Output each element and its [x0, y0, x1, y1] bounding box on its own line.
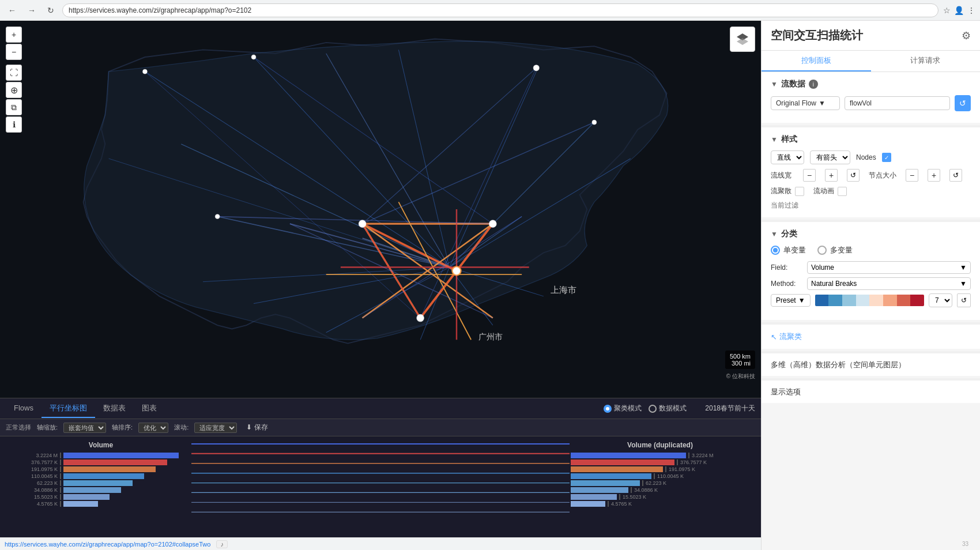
info-button[interactable]: ℹ: [6, 116, 22, 133]
scale-select[interactable]: 嵌套均值: [63, 423, 106, 433]
flow-data-title: 流数据: [781, 79, 805, 89]
cursor-icon: ↖: [771, 333, 777, 341]
scale-label: 轴缩放:: [37, 423, 58, 432]
watermark: © 位和科技: [726, 372, 755, 381]
color-swatch-5: [869, 295, 883, 306]
method-value-dropdown[interactable]: Natural Breaks ▼: [807, 277, 971, 290]
browser-icons: ☆ 👤 ⋮: [943, 6, 975, 15]
user-icon[interactable]: 👤: [954, 6, 964, 15]
multivar-section[interactable]: 多维（高维）数据分析（空间单元图层）: [762, 353, 980, 376]
cluster-section: ↖ 流聚类: [762, 325, 980, 349]
zoom-in-button[interactable]: +: [6, 27, 22, 43]
date-label: 2018春节前十天: [705, 404, 755, 413]
nodes-checkbox[interactable]: ✓: [882, 153, 891, 162]
classif-collapse-btn[interactable]: ▼: [771, 230, 778, 238]
flow-info-icon[interactable]: i: [809, 80, 818, 89]
preset-button[interactable]: Preset ▼: [771, 294, 811, 307]
color-swatch-3: [842, 295, 856, 306]
tab-control-panel[interactable]: 控制面板: [762, 51, 871, 71]
url-input[interactable]: [62, 3, 938, 17]
multivar-label: 多变量: [830, 245, 853, 255]
flow-data-section: ▼ 流数据 i Original Flow ▼ ↺: [762, 72, 980, 123]
scroll-select[interactable]: 适应宽度: [194, 423, 237, 433]
cluster-mode-radio[interactable]: 聚类模式: [604, 404, 642, 413]
settings-button[interactable]: ⚙: [962, 29, 971, 42]
zoom-out-button[interactable]: −: [6, 44, 22, 60]
cluster-link[interactable]: ↖ 流聚类: [771, 331, 971, 342]
count-select[interactable]: 7: [929, 293, 952, 307]
flow-field-input[interactable]: [845, 96, 950, 110]
tab-chart[interactable]: 图表: [134, 400, 165, 418]
flow-width-increase[interactable]: +: [825, 169, 838, 182]
map-controls: + − ⛶ ⊕ ⧉ ℹ: [6, 27, 22, 133]
method-row: Method: Natural Breaks ▼: [771, 277, 971, 290]
data-mode-radio[interactable]: 数据模式: [649, 404, 687, 413]
map-visualization: 上海市 广州市: [0, 21, 761, 398]
node-size-reset[interactable]: ↺: [949, 169, 962, 182]
back-button[interactable]: ←: [5, 5, 20, 16]
flow-cluster-checkbox[interactable]: [795, 187, 804, 196]
crosshair-button[interactable]: ⊕: [6, 82, 22, 98]
right-bar-row-4: 110.0045 K: [571, 473, 749, 479]
style-collapse-btn[interactable]: ▼: [771, 135, 778, 144]
node-size-increase[interactable]: +: [928, 169, 940, 182]
field-value-dropdown[interactable]: Volume ▼: [807, 261, 971, 274]
flow-anim-item: 流动画: [813, 186, 847, 196]
layer-toggle-button[interactable]: ⧉: [6, 99, 22, 115]
method-key-label: Method:: [771, 280, 802, 288]
fullscreen-button[interactable]: ⛶: [6, 65, 22, 81]
preset-row: Preset ▼ 7 ↺: [771, 293, 971, 307]
save-button[interactable]: ⬇ 保存: [243, 421, 271, 434]
right-panel: 空间交互扫描统计 ⚙ 控制面板 计算请求 ▼ 流数据 i Original Fl…: [761, 21, 980, 550]
data-mode-indicator: [649, 405, 657, 413]
right-bar-row-1: 3.2224 M: [571, 453, 749, 458]
arrow-select[interactable]: 有箭头: [810, 150, 850, 164]
svg-point-45: [251, 55, 256, 59]
line-type-select[interactable]: 直线: [771, 150, 804, 164]
style-section: ▼ 样式 直线 有箭头 Nodes ✓ 流线宽 − + ↺ 节点大小: [762, 127, 980, 217]
method-value-text: Natural Breaks: [811, 280, 857, 288]
color-reset-button[interactable]: ↺: [957, 293, 971, 307]
music-icon[interactable]: ♪: [216, 540, 228, 548]
svg-point-50: [417, 314, 424, 322]
flow-width-reset[interactable]: ↺: [847, 169, 860, 182]
stepper-row: 流线宽 − + ↺ 节点大小 − + ↺: [771, 169, 971, 182]
flow-width-decrease[interactable]: −: [803, 169, 816, 182]
color-swatch-6: [883, 295, 897, 306]
layer-button[interactable]: [730, 27, 755, 52]
tab-parallel[interactable]: 平行坐标图: [42, 400, 95, 418]
tab-calc-request[interactable]: 计算请求: [871, 51, 981, 71]
more-icon[interactable]: ⋮: [967, 6, 975, 15]
axis-order-select[interactable]: 优化: [138, 423, 168, 433]
flow-type-dropdown[interactable]: Original Flow ▼: [771, 96, 840, 110]
bookmark-icon[interactable]: ☆: [943, 6, 951, 15]
panel-title: 空间交互扫描统计: [771, 28, 863, 43]
flow-anim-checkbox[interactable]: [838, 187, 847, 196]
flow-refresh-button[interactable]: ↺: [955, 95, 971, 111]
node-size-decrease[interactable]: −: [906, 169, 918, 182]
flow-type-value: Original Flow: [776, 99, 816, 107]
style-title: 样式: [781, 134, 797, 145]
data-mode-label: 数据模式: [659, 404, 687, 413]
forward-button[interactable]: →: [24, 5, 39, 16]
multivar-radio[interactable]: 多变量: [817, 245, 853, 255]
map-container[interactable]: + − ⛶ ⊕ ⧉ ℹ: [0, 21, 761, 398]
univar-radio[interactable]: 单变量: [771, 245, 806, 255]
refresh-button[interactable]: ↻: [44, 5, 58, 16]
tab-datatable[interactable]: 数据表: [95, 400, 134, 418]
node-size-label: 节点大小: [869, 171, 896, 180]
scale-indicator: 500 km 300 mi: [725, 351, 755, 369]
display-section[interactable]: 显示选项: [762, 381, 980, 403]
bar-row-7: 15.5023 K: [12, 494, 190, 500]
left-axis-header: Volume: [12, 441, 190, 449]
flow-collapse-btn[interactable]: ▼: [771, 80, 778, 88]
cluster-mode-label: 聚类模式: [614, 404, 642, 413]
classif-header: ▼ 分类: [771, 229, 971, 239]
flow-cluster-item: 流聚散: [771, 186, 804, 196]
right-bar-row-2: 376.7577 K: [571, 459, 749, 465]
right-bar-row-5: 62.223 K: [571, 480, 749, 486]
axis-order-label: 轴排序:: [112, 423, 133, 432]
color-swatch-7: [897, 295, 911, 306]
tab-flows[interactable]: Flows: [6, 400, 42, 417]
bar-row-5: 62.223 K: [12, 480, 190, 486]
